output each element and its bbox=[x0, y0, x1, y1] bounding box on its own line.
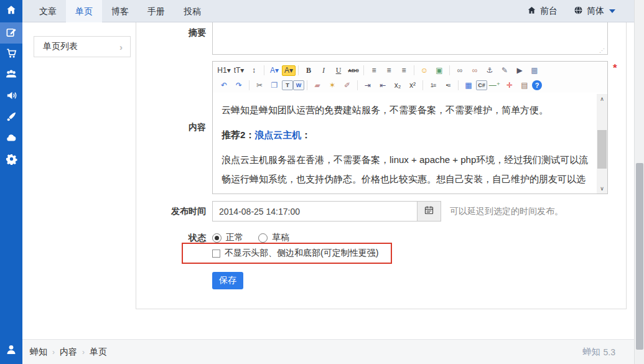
paste-word-icon[interactable]: W bbox=[293, 80, 304, 90]
align-right-icon[interactable]: ≡ bbox=[396, 64, 411, 77]
status-option-label: 正常 bbox=[226, 232, 243, 243]
editor-paragraph: 云蝉知是蝉知团队运营的免费建站服务，不需要备案，不需要维护，简单方便。 bbox=[222, 100, 589, 119]
source-code-icon[interactable]: ▤ bbox=[517, 79, 532, 91]
ordered-list-icon[interactable]: 1≡ bbox=[426, 79, 441, 91]
horizontal-rule-icon[interactable]: ―⁺ bbox=[487, 79, 502, 91]
editor-scrollbar[interactable]: ∧ ∨ bbox=[597, 94, 607, 194]
table-icon[interactable]: ▦ bbox=[461, 79, 476, 91]
sidebar-item-design[interactable] bbox=[0, 107, 22, 128]
italic-icon[interactable]: I bbox=[316, 64, 331, 77]
status-radio-0[interactable]: 正常 bbox=[212, 232, 243, 243]
code-icon[interactable]: C# bbox=[476, 80, 487, 90]
editor-paragraph: 浪点云主机服务器在香港，不需要备案，linux + apache + php环境… bbox=[222, 150, 589, 194]
insert-image-icon[interactable]: ▣ bbox=[432, 64, 447, 77]
save-button[interactable]: 保存 bbox=[212, 272, 243, 289]
breadcrumb-item-0[interactable]: 蝉知 bbox=[30, 347, 47, 358]
radio-unchecked-icon[interactable] bbox=[258, 233, 268, 243]
page-list-label: 单页列表 bbox=[34, 41, 119, 52]
toolbar-separator bbox=[458, 80, 459, 90]
version-info: 蝉知 5.3 bbox=[583, 340, 615, 364]
unlink-icon[interactable]: ∞ bbox=[467, 64, 482, 77]
highlight-color-icon[interactable]: A▾ bbox=[282, 65, 296, 76]
sidebar-item-page-list[interactable]: 单页列表 › bbox=[34, 36, 131, 57]
users-icon bbox=[5, 68, 17, 83]
frontend-label: 前台 bbox=[540, 6, 558, 17]
font-size-dropdown-icon[interactable]: tT▾ bbox=[231, 64, 246, 77]
sidebar-item-users[interactable] bbox=[0, 65, 22, 86]
breadcrumb-item-2[interactable]: 单页 bbox=[90, 347, 107, 358]
link-icon[interactable]: ∞ bbox=[452, 64, 467, 77]
tab-2[interactable]: 博客 bbox=[102, 0, 138, 22]
language-switcher[interactable]: 简体 bbox=[574, 6, 615, 17]
publish-time-hint: 可以延迟到选定的时间发布。 bbox=[450, 206, 563, 217]
breadcrumb-separator: › bbox=[82, 348, 85, 357]
status-radio-1[interactable]: 草稿 bbox=[258, 232, 289, 243]
publish-time-input[interactable] bbox=[212, 201, 418, 222]
insert-file-icon[interactable]: ✎ bbox=[497, 64, 512, 77]
redo-icon[interactable]: ↷ bbox=[231, 79, 246, 91]
host-link[interactable]: 浪点云主机 bbox=[254, 129, 301, 140]
summary-textarea[interactable] bbox=[212, 22, 608, 55]
fullscreen-icon[interactable]: ✛ bbox=[502, 79, 517, 91]
sidebar-item-announce[interactable] bbox=[0, 86, 22, 107]
tab-1[interactable]: 单页 bbox=[66, 0, 102, 22]
toolbar-separator bbox=[298, 65, 299, 75]
superscript-icon[interactable]: x² bbox=[405, 79, 420, 91]
underline-icon[interactable]: U bbox=[331, 64, 346, 77]
content-label: 内容 bbox=[136, 122, 206, 133]
sidebar-item-profile[interactable] bbox=[0, 340, 22, 362]
summary-label: 摘要 bbox=[136, 27, 206, 39]
scroll-down-icon[interactable]: ∨ bbox=[597, 184, 607, 194]
undo-icon[interactable]: ↶ bbox=[217, 79, 231, 91]
status-options: 正常草稿 bbox=[212, 232, 289, 243]
insert-media-icon[interactable]: ▶ bbox=[512, 64, 527, 77]
calendar-button[interactable] bbox=[418, 201, 441, 222]
font-color-icon[interactable]: A▾ bbox=[267, 64, 282, 77]
about-icon[interactable]: ? bbox=[532, 80, 542, 90]
home-button[interactable] bbox=[0, 0, 22, 22]
bold-icon[interactable]: B bbox=[301, 64, 316, 77]
insert-flash-icon[interactable]: ▩ bbox=[527, 64, 542, 77]
user-icon bbox=[5, 343, 17, 358]
editor-content[interactable]: 云蝉知是蝉知团队运营的免费建站服务，不需要备案，不需要维护，简单方便。 推荐2：… bbox=[213, 94, 607, 194]
indent-icon[interactable]: ⇥ bbox=[360, 79, 375, 91]
strikethrough-icon[interactable]: ABC bbox=[346, 64, 361, 77]
paste-text-icon[interactable]: T bbox=[282, 80, 293, 90]
align-center-icon[interactable]: ≡ bbox=[381, 64, 396, 77]
emoticon-icon[interactable]: ☺ bbox=[417, 64, 432, 77]
clear-format-icon[interactable]: ✶ bbox=[325, 79, 340, 91]
scrollbar-thumb[interactable] bbox=[597, 130, 607, 169]
hide-layout-checkbox-row[interactable]: 不显示头部、侧边和底部(可定制性更强) bbox=[212, 248, 378, 259]
publish-time-label: 发布时间 bbox=[136, 206, 206, 217]
radio-checked-icon[interactable] bbox=[212, 233, 222, 243]
align-left-icon[interactable]: ≡ bbox=[366, 64, 381, 77]
tab-0[interactable]: 文章 bbox=[30, 0, 66, 22]
sidebar-item-settings[interactable] bbox=[0, 149, 22, 170]
checkbox-icon[interactable] bbox=[212, 250, 220, 258]
sidebar-item-shop[interactable] bbox=[0, 44, 22, 65]
buy-link[interactable]: 点击此链接购买： bbox=[240, 193, 315, 194]
tab-3[interactable]: 手册 bbox=[138, 0, 174, 22]
outdent-icon[interactable]: ⇤ bbox=[375, 79, 390, 91]
remove-format-icon[interactable]: ▰ bbox=[310, 79, 325, 91]
sidebar-item-cloud[interactable] bbox=[0, 128, 22, 149]
heading-dropdown-icon[interactable]: H1▾ bbox=[217, 64, 231, 77]
required-mark: * bbox=[613, 62, 617, 75]
cut-icon[interactable]: ✂ bbox=[252, 79, 267, 91]
page-scrollbar[interactable] bbox=[634, 0, 644, 364]
brand-link[interactable]: 蝉知 bbox=[583, 347, 600, 358]
scroll-up-icon[interactable]: ∧ bbox=[597, 94, 607, 104]
frontend-home-icon bbox=[527, 6, 536, 17]
sidebar-item-content[interactable] bbox=[0, 22, 22, 44]
subscript-icon[interactable]: x₂ bbox=[390, 79, 405, 91]
resize-grip[interactable]: ⋰ bbox=[599, 47, 605, 54]
frontend-link[interactable]: 前台 bbox=[527, 6, 558, 17]
tab-4[interactable]: 投稿 bbox=[174, 0, 210, 22]
anchor-icon[interactable]: ⚓ bbox=[482, 64, 497, 77]
breadcrumb-item-1[interactable]: 内容 bbox=[60, 347, 77, 358]
copy-icon[interactable]: ❐ bbox=[267, 79, 282, 91]
unordered-list-icon[interactable]: •≡ bbox=[441, 79, 455, 91]
line-height-icon[interactable]: ↕ bbox=[246, 64, 261, 77]
quick-format-icon[interactable]: ✐ bbox=[340, 79, 355, 91]
page-scrollbar-thumb[interactable] bbox=[636, 163, 643, 350]
